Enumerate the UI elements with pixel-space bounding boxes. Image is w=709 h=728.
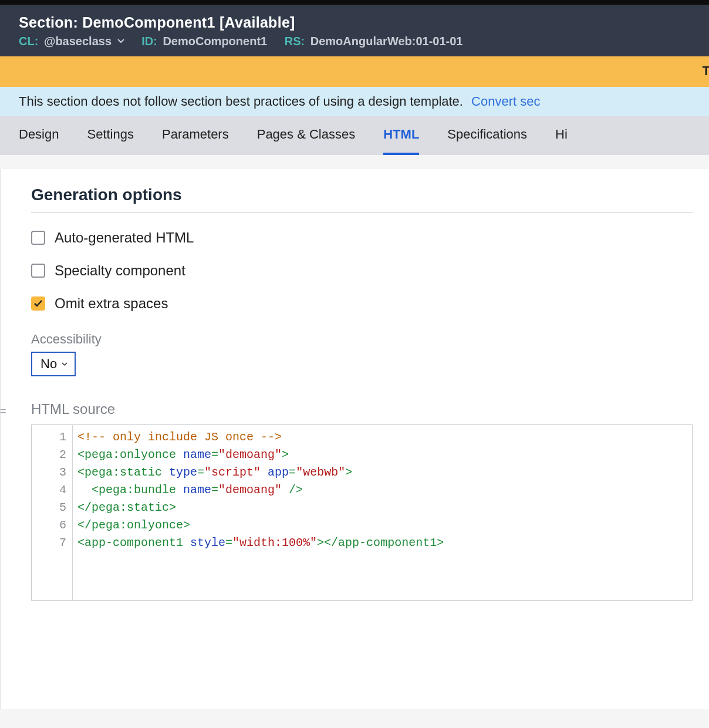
- auto-html-checkbox[interactable]: [31, 231, 45, 245]
- tab-parameters[interactable]: Parameters: [162, 127, 229, 155]
- rs-value: DemoAngularWeb:01-01-01: [310, 35, 463, 48]
- specialty-checkbox-row[interactable]: Specialty component: [31, 262, 693, 279]
- tab-html[interactable]: HTML: [383, 127, 419, 155]
- tab-bar: Design Settings Parameters Pages & Class…: [0, 116, 709, 155]
- chevron-down-icon: [117, 38, 124, 45]
- content-panel: Generation options Auto-generated HTML S…: [0, 169, 709, 709]
- rule-header: Section: DemoComponent1 [Available] CL: …: [0, 5, 709, 56]
- omit-spaces-checkbox-row[interactable]: Omit extra spaces: [31, 295, 693, 312]
- auto-html-checkbox-row[interactable]: Auto-generated HTML: [31, 230, 693, 246]
- tab-pages-classes[interactable]: Pages & Classes: [257, 127, 356, 155]
- generation-options-heading: Generation options: [31, 186, 693, 213]
- warning-clip: T: [703, 63, 709, 79]
- window-titlebar: [0, 0, 709, 5]
- info-text: This section does not follow section bes…: [19, 94, 463, 109]
- specialty-label: Specialty component: [55, 262, 185, 279]
- rule-title: Section: DemoComponent1 [Available]: [19, 14, 690, 31]
- id-key: ID:: [141, 35, 157, 48]
- rs-key: RS:: [285, 35, 305, 48]
- tab-settings[interactable]: Settings: [87, 127, 134, 155]
- warning-banner: T: [0, 56, 709, 87]
- tab-history[interactable]: Hi: [555, 127, 568, 155]
- id-value: DemoComponent1: [163, 35, 267, 48]
- omit-spaces-label: Omit extra spaces: [55, 295, 168, 312]
- specialty-checkbox[interactable]: [31, 264, 45, 278]
- cl-value: @baseclass: [44, 35, 112, 48]
- cl-dropdown[interactable]: @baseclass: [44, 35, 127, 48]
- auto-html-label: Auto-generated HTML: [55, 230, 194, 246]
- select-caret-icon: [62, 359, 67, 369]
- code-lines[interactable]: <!-- only include JS once --><pega:onlyo…: [73, 425, 448, 600]
- omit-spaces-checkbox[interactable]: [31, 296, 45, 311]
- accessibility-value: No: [40, 356, 57, 372]
- line-gutter: 1234567: [32, 425, 73, 600]
- html-source-label: HTML source: [31, 401, 693, 417]
- tab-design[interactable]: Design: [19, 127, 59, 155]
- accessibility-select[interactable]: No: [31, 352, 76, 376]
- cl-key: CL:: [19, 35, 38, 48]
- info-banner: This section does not follow section bes…: [0, 87, 709, 116]
- convert-link[interactable]: Convert sec: [471, 94, 540, 109]
- accessibility-label: Accessibility: [31, 332, 693, 347]
- resize-handle-icon[interactable]: =: [0, 405, 11, 416]
- rule-meta: CL: @baseclass ID: DemoComponent1 RS: De…: [19, 35, 690, 48]
- html-source-editor[interactable]: 1234567 <!-- only include JS once --><pe…: [31, 424, 693, 601]
- tab-specifications[interactable]: Specifications: [447, 127, 527, 155]
